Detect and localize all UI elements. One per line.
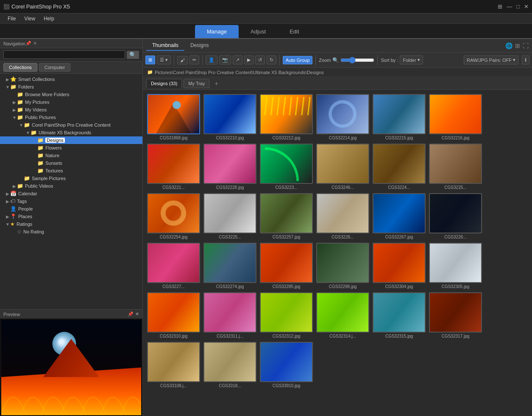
auto-group-button[interactable]: Auto Group xyxy=(283,56,312,64)
preview-pin-icon[interactable]: 📌 xyxy=(128,311,134,317)
person-button[interactable]: 👤 xyxy=(206,55,217,64)
globe-icon[interactable]: 🌐 xyxy=(505,42,513,49)
share-button[interactable]: ↗ xyxy=(233,55,242,64)
tree-item-places[interactable]: ▶ 📍 Places xyxy=(0,213,142,220)
image-item[interactable]: CGS32267.jpg xyxy=(373,193,426,239)
tree-item-tags[interactable]: ▶ 🏷 Tags xyxy=(0,197,142,205)
image-item[interactable]: CGS32274.jpg xyxy=(203,243,256,289)
rotate-right-button[interactable]: ↻ xyxy=(267,55,276,64)
grid-view-button[interactable]: ⊞ xyxy=(145,55,155,64)
search-button[interactable]: 🔍 xyxy=(127,51,139,59)
image-item[interactable]: CGS32215.jpg xyxy=(373,94,426,140)
image-item[interactable]: CGS33910.jpg xyxy=(260,342,313,388)
tree-item-public-videos[interactable]: ▶ 📁 Public Videos xyxy=(0,182,142,190)
tree-item-my-pictures[interactable]: ▶ 📁 My Pictures xyxy=(0,98,142,106)
minimize-icon[interactable]: — xyxy=(507,3,512,10)
menu-help[interactable]: Help xyxy=(39,15,58,22)
tree-item-flowers[interactable]: 📁 Flowers xyxy=(0,144,142,152)
tree-item-folders[interactable]: ▼ 📁 Folders xyxy=(0,83,142,91)
image-item[interactable]: CGS32285.jpg xyxy=(260,243,313,289)
image-item[interactable]: CGS32305.jpg xyxy=(429,243,482,289)
fullscreen-icon[interactable]: ⛶ xyxy=(523,42,529,49)
tab-computer[interactable]: Computer xyxy=(39,63,70,72)
image-item[interactable]: CGS32254.jpg xyxy=(147,193,200,239)
slideshow-button[interactable]: ▶ xyxy=(244,55,253,64)
tree-item-sample-pictures[interactable]: 📁 Sample Pictures xyxy=(0,175,142,182)
tree-item-no-rating[interactable]: ☆ No Rating xyxy=(0,228,142,236)
image-item[interactable]: CGS32216.jpg xyxy=(429,94,482,140)
image-item[interactable]: CGS3225... xyxy=(203,193,256,239)
tree-item-corel-content[interactable]: ▼ 📁 Corel PaintShop Pro Creative Content xyxy=(0,121,142,129)
zoom-slider[interactable] xyxy=(340,57,374,64)
image-item[interactable]: CGS33108.j... xyxy=(147,342,200,388)
image-thumbnail xyxy=(429,243,482,283)
view-options-button[interactable]: ☰ ▾ xyxy=(157,55,171,64)
sort-by-dropdown[interactable]: Folder ▾ xyxy=(400,55,423,64)
tree-item-textures[interactable]: 📁 Textures xyxy=(0,167,142,175)
image-item[interactable]: CGS32298.jpg xyxy=(316,243,369,289)
maximize-icon[interactable]: □ xyxy=(516,3,520,10)
menu-file[interactable]: File xyxy=(3,15,20,22)
image-item[interactable]: CGS32210.jpg xyxy=(203,94,256,140)
nav-close-icon[interactable]: ✕ xyxy=(33,41,37,46)
tab-manage[interactable]: Manage xyxy=(195,25,239,38)
image-item[interactable]: CGS31868.jpg xyxy=(147,94,200,140)
tab-thumbnails[interactable]: Thumbnails xyxy=(146,41,184,51)
tree-item-sunsets[interactable]: 📁 Sunsets xyxy=(0,159,142,167)
menu-view[interactable]: View xyxy=(20,15,39,22)
tree-item-nature[interactable]: 📁 Nature xyxy=(0,152,142,159)
add-tab-button[interactable]: + xyxy=(211,79,221,88)
image-item[interactable]: CGS32228.jpg xyxy=(203,144,256,190)
image-item[interactable]: CGS3223... xyxy=(260,144,313,190)
raw-jpg-dropdown[interactable]: RAW/JPG Pairs: OFF ▾ xyxy=(464,55,518,64)
image-item[interactable]: CGS32310.jpg xyxy=(147,292,200,338)
image-item[interactable]: CGS32312.jpg xyxy=(260,292,313,338)
tree-item-browse[interactable]: 📁 Browse More Folders xyxy=(0,91,142,98)
tree-item-ultimate-x5[interactable]: ▼ 📁 Ultimate X5 Backgrounds xyxy=(0,129,142,136)
tree-item-smart-collections[interactable]: ▶ ⭐ Smart Collections xyxy=(0,75,142,83)
tab-designs[interactable]: Designs xyxy=(184,41,214,51)
image-item[interactable]: CGS3318... xyxy=(203,342,256,388)
tree-item-calendar[interactable]: ▶ 📅 Calendar xyxy=(0,190,142,197)
nav-pin-icon[interactable]: 📌 xyxy=(25,41,31,46)
image-item[interactable]: CGS3226... xyxy=(429,193,482,239)
image-item[interactable]: CGS3246... xyxy=(316,144,369,190)
image-item[interactable]: CGS32315.jpg xyxy=(373,292,426,338)
image-item[interactable]: CGS3225... xyxy=(429,144,482,190)
search-input[interactable] xyxy=(3,50,125,59)
close-icon[interactable]: ✕ xyxy=(524,3,529,10)
preview-close-icon[interactable]: ✕ xyxy=(135,311,139,317)
grid-view-icon[interactable]: ⊞ xyxy=(515,42,520,49)
image-item[interactable]: CGS32214.jpg xyxy=(316,94,369,140)
tree-item-my-videos[interactable]: ▶ 📁 My Videos xyxy=(0,106,142,114)
tree-item-ratings[interactable]: ▼ ★ Ratings xyxy=(0,220,142,228)
tag-button[interactable]: 🖌 xyxy=(177,56,188,64)
tab-collections[interactable]: Collections xyxy=(3,63,37,72)
image-label: CGS32254.jpg xyxy=(160,235,188,239)
title-controls[interactable]: ⊞ — □ ✕ xyxy=(498,3,529,10)
content-tab-my-tray[interactable]: My Tray xyxy=(184,79,209,88)
image-item[interactable]: CGS3227... xyxy=(147,243,200,289)
info-button[interactable]: ℹ xyxy=(522,55,529,64)
image-item[interactable]: CGS3226... xyxy=(316,193,369,239)
tab-edit[interactable]: Edit xyxy=(278,25,311,38)
tab-adjust[interactable]: Adjust xyxy=(239,25,278,38)
tree-item-designs[interactable]: 📁 Designs xyxy=(0,136,142,144)
grid-icon[interactable]: ⊞ xyxy=(498,3,502,10)
sort-by-label: Sort by : xyxy=(381,58,398,63)
image-item[interactable]: CGS32212.jpg xyxy=(260,94,313,140)
separator-5 xyxy=(377,55,378,65)
content-tab-designs[interactable]: Designs (33) xyxy=(146,79,182,88)
tree-item-public-pictures[interactable]: ▼ 📁 Public Pictures xyxy=(0,114,142,121)
image-item[interactable]: CGS3221... xyxy=(147,144,200,190)
image-item[interactable]: CGS32311.j... xyxy=(203,292,256,338)
tree-item-people[interactable]: 👤 People xyxy=(0,205,142,213)
photo-share-button[interactable]: 📷 xyxy=(219,55,231,64)
image-item[interactable]: CGS32304.jpg xyxy=(373,243,426,289)
edit-button[interactable]: ✏ xyxy=(189,55,199,64)
image-item[interactable]: CGS32314.j... xyxy=(316,292,369,338)
image-item[interactable]: CGS32257.jpg xyxy=(260,193,313,239)
rotate-left-button[interactable]: ↺ xyxy=(255,55,265,64)
image-item[interactable]: CGS3224... xyxy=(373,144,426,190)
image-item[interactable]: CGS32317.jpg xyxy=(429,292,482,338)
